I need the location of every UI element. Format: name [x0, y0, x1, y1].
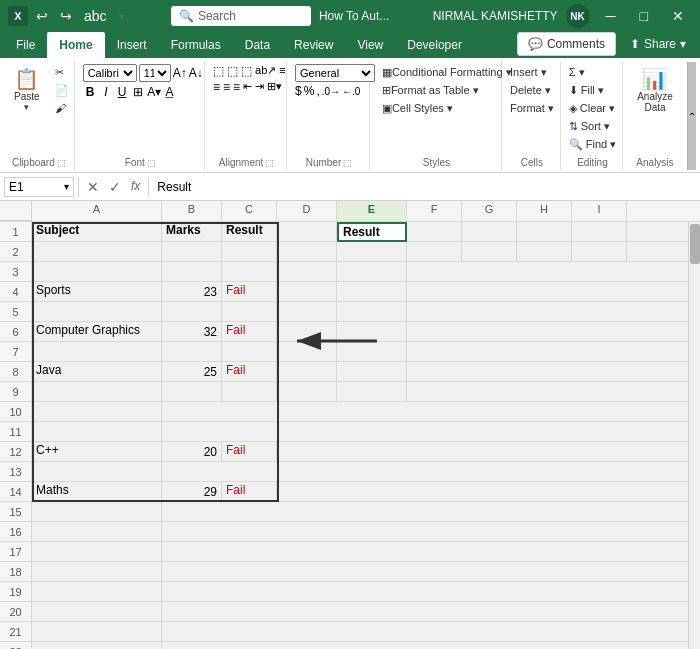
comma-btn[interactable]: ,: [316, 84, 319, 98]
copy-button[interactable]: 📄: [51, 82, 73, 99]
cell-e1[interactable]: Result: [337, 222, 407, 242]
autosave-btn[interactable]: abc: [80, 6, 111, 26]
v-scroll-thumb[interactable]: [690, 224, 700, 264]
col-header-c[interactable]: C: [222, 201, 277, 221]
col-header-a[interactable]: A: [32, 201, 162, 221]
cell-i2[interactable]: [572, 242, 627, 262]
clear-btn[interactable]: ◈ Clear ▾: [565, 100, 621, 117]
cell-styles-btn[interactable]: ▣ Cell Styles ▾: [378, 100, 495, 117]
row-header-8[interactable]: 8: [0, 362, 31, 382]
row-header-22[interactable]: 22: [0, 642, 31, 649]
find-select-btn[interactable]: 🔍 Find ▾: [565, 136, 621, 153]
share-button[interactable]: ⬆ Share ▾: [620, 33, 696, 55]
comments-button[interactable]: 💬 Comments: [517, 32, 616, 56]
text-angle-btn[interactable]: ab↗: [255, 64, 276, 78]
cell-e9[interactable]: [337, 382, 407, 402]
row-header-5[interactable]: 5: [0, 302, 31, 322]
fill-btn[interactable]: ⬇ Fill ▾: [565, 82, 621, 99]
wrap-text-btn[interactable]: ≡: [279, 64, 285, 78]
tab-view[interactable]: View: [345, 32, 395, 58]
row-header-20[interactable]: 20: [0, 602, 31, 622]
clipboard-expand[interactable]: ⬚: [57, 158, 66, 168]
cell-c6[interactable]: Fail: [222, 322, 277, 342]
cell-h1[interactable]: [517, 222, 572, 242]
decrease-font-btn[interactable]: A↓: [189, 66, 203, 80]
cell-d1[interactable]: [277, 222, 337, 242]
cell-c9[interactable]: [222, 382, 277, 402]
cell-e5[interactable]: [337, 302, 407, 322]
cell-c12[interactable]: Fail: [222, 442, 277, 462]
cell-ref-dropdown[interactable]: ▾: [64, 181, 69, 192]
redo-btn[interactable]: ↪: [56, 6, 76, 26]
cell-c5[interactable]: [222, 302, 277, 322]
cell-g1[interactable]: [462, 222, 517, 242]
row-header-21[interactable]: 21: [0, 622, 31, 642]
cell-d6[interactable]: [277, 322, 337, 342]
cell-a21[interactable]: [32, 622, 162, 642]
cell-a12[interactable]: C++: [32, 442, 162, 462]
cell-c4[interactable]: Fail: [222, 282, 277, 302]
cell-d8[interactable]: [277, 362, 337, 382]
cell-a16[interactable]: [32, 522, 162, 542]
cancel-formula-btn[interactable]: ✕: [83, 177, 103, 197]
cell-a18[interactable]: [32, 562, 162, 582]
cell-f1[interactable]: [407, 222, 462, 242]
merge-btn[interactable]: ⊞▾: [267, 80, 282, 94]
cell-a6[interactable]: Computer Graphics: [32, 322, 162, 342]
cell-a15[interactable]: [32, 502, 162, 522]
align-middle-btn[interactable]: ⬚: [227, 64, 238, 78]
cell-b12[interactable]: 20: [162, 442, 222, 462]
tab-review[interactable]: Review: [282, 32, 345, 58]
autosum-btn[interactable]: Σ ▾: [565, 64, 621, 81]
tab-file[interactable]: File: [4, 32, 47, 58]
row-header-3[interactable]: 3: [0, 262, 31, 282]
confirm-formula-btn[interactable]: ✓: [105, 177, 125, 197]
cell-c8[interactable]: Fail: [222, 362, 277, 382]
cell-a3[interactable]: [32, 262, 162, 282]
font-color-btn[interactable]: A: [165, 85, 173, 99]
tab-insert[interactable]: Insert: [105, 32, 159, 58]
cell-d4[interactable]: [277, 282, 337, 302]
cell-b4[interactable]: 23: [162, 282, 222, 302]
number-expand[interactable]: ⬚: [343, 158, 352, 168]
font-expand[interactable]: ⬚: [147, 158, 156, 168]
cell-d3[interactable]: [277, 262, 337, 282]
search-box[interactable]: 🔍 Search: [171, 6, 311, 26]
cell-e2[interactable]: [337, 242, 407, 262]
maximize-btn[interactable]: □: [632, 4, 656, 28]
cell-a14[interactable]: Maths: [32, 482, 162, 502]
cell-a22[interactable]: [32, 642, 162, 649]
paste-button[interactable]: 📋 Paste ▾: [5, 64, 49, 117]
cell-a4[interactable]: Sports: [32, 282, 162, 302]
row-header-15[interactable]: 15: [0, 502, 31, 522]
cell-b8[interactable]: 25: [162, 362, 222, 382]
row-header-11[interactable]: 11: [0, 422, 31, 442]
cell-reference-box[interactable]: E1 ▾: [4, 177, 74, 197]
cell-i1[interactable]: [572, 222, 627, 242]
align-top-btn[interactable]: ⬚: [213, 64, 224, 78]
bold-btn[interactable]: B: [83, 84, 98, 100]
row-header-9[interactable]: 9: [0, 382, 31, 402]
cell-b3[interactable]: [162, 262, 222, 282]
cell-e8[interactable]: [337, 362, 407, 382]
row-header-6[interactable]: 6: [0, 322, 31, 342]
cell-a9[interactable]: [32, 382, 162, 402]
format-cells-btn[interactable]: Format ▾: [506, 100, 558, 117]
tab-formulas[interactable]: Formulas: [159, 32, 233, 58]
fill-color-btn[interactable]: A▾: [147, 85, 161, 99]
cell-b6[interactable]: 32: [162, 322, 222, 342]
cell-d2[interactable]: [277, 242, 337, 262]
tab-data[interactable]: Data: [233, 32, 282, 58]
cell-f2[interactable]: [407, 242, 462, 262]
col-header-b[interactable]: B: [162, 201, 222, 221]
row-header-1[interactable]: 1: [0, 222, 31, 242]
row-header-18[interactable]: 18: [0, 562, 31, 582]
tab-home[interactable]: Home: [47, 32, 104, 58]
cell-e6[interactable]: [337, 322, 407, 342]
row-header-2[interactable]: 2: [0, 242, 31, 262]
insert-cells-btn[interactable]: Insert ▾: [506, 64, 558, 81]
formula-input[interactable]: Result: [153, 178, 696, 196]
row-header-10[interactable]: 10: [0, 402, 31, 422]
user-avatar[interactable]: NK: [566, 4, 590, 28]
cell-e7[interactable]: [337, 342, 407, 362]
